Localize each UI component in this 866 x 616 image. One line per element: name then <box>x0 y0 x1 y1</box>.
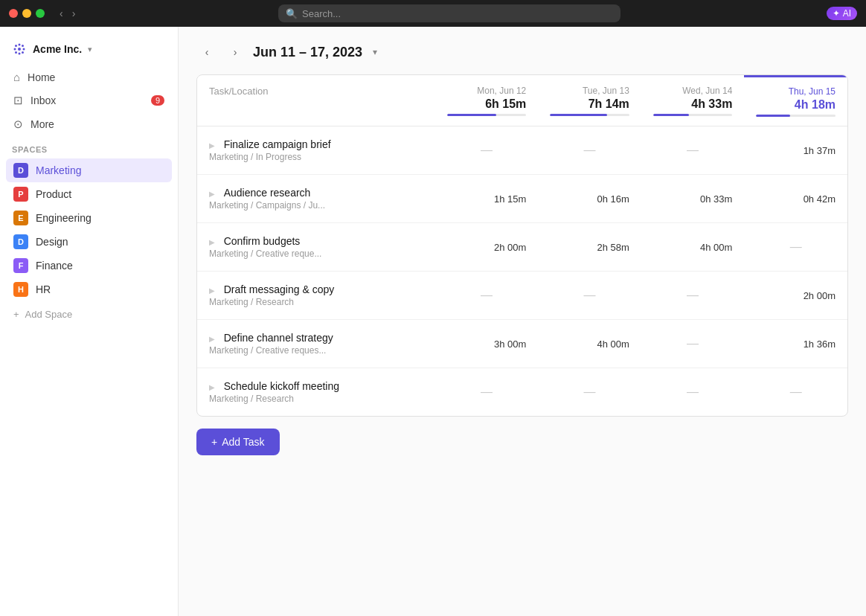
add-task-plus-icon: + <box>211 436 217 448</box>
day-progress-wed <box>653 114 733 116</box>
search-placeholder: Search... <box>302 8 341 19</box>
space-label-design: Design <box>36 236 68 248</box>
table-row: ▶ Define channel strategy Marketing / Cr… <box>197 320 847 368</box>
task-2-day-1-time: 2h 58m <box>538 223 641 272</box>
task-4-day-1-time: 4h 00m <box>538 320 641 368</box>
day-hours-mon: 6h 15m <box>447 97 527 111</box>
add-task-button[interactable]: + Add Task <box>196 429 280 455</box>
table-header-row: Task/Location Mon, Jun 12 6h 15m Tue, Ju… <box>197 77 847 126</box>
space-avatar-design: D <box>13 234 28 249</box>
space-label-product: Product <box>36 188 71 200</box>
svg-point-8 <box>15 51 17 54</box>
svg-point-4 <box>23 48 25 51</box>
ai-star-icon: ✦ <box>833 8 840 19</box>
back-button[interactable]: ‹ <box>57 6 66 21</box>
table-row: ▶ Draft messaging & copy Marketing / Res… <box>197 272 847 320</box>
svg-point-6 <box>22 51 24 54</box>
task-meta-2: Marketing / Creative reque... <box>209 248 423 259</box>
date-range: Jun 11 – 17, 2023 <box>253 45 362 60</box>
expand-icon-2[interactable]: ▶ <box>209 238 215 246</box>
ai-badge[interactable]: ✦ AI <box>827 7 857 20</box>
nav-item-inbox[interactable]: ⊡ Inbox 9 <box>6 89 172 112</box>
task-cell-5: ▶ Schedule kickoff meeting Marketing / R… <box>197 368 435 417</box>
minimize-button[interactable] <box>22 9 31 18</box>
task-cell-1: ▶ Audience research Marketing / Campaign… <box>197 175 435 223</box>
task-name-5: Schedule kickoff meeting <box>224 380 339 392</box>
nav-item-home[interactable]: ⌂ Home <box>6 65 172 89</box>
space-item-hr[interactable]: H HR <box>6 277 172 301</box>
nav-item-more[interactable]: ⊙ More <box>6 112 172 136</box>
maximize-button[interactable] <box>36 9 45 18</box>
day-progress-tue <box>550 114 629 116</box>
day-progress-mon <box>447 114 527 116</box>
forward-button[interactable]: › <box>69 6 79 21</box>
day-hours-thu: 4h 18m <box>756 98 835 112</box>
svg-point-0 <box>18 48 21 51</box>
task-3-day-1-time: — <box>538 272 641 320</box>
task-col-header: Task/Location <box>197 77 435 126</box>
svg-point-3 <box>14 48 16 51</box>
workspace-chevron-icon: ▾ <box>88 45 92 54</box>
day-hours-tue: 7h 14m <box>550 97 629 111</box>
space-item-product[interactable]: P Product <box>6 182 172 206</box>
spaces-header: Spaces <box>0 136 178 158</box>
calendar-table-wrapper: Task/Location Mon, Jun 12 6h 15m Tue, Ju… <box>196 74 848 417</box>
nav-items: ⌂ Home ⊡ Inbox 9 ⊙ More <box>0 65 178 136</box>
workspace-header[interactable]: Acme Inc. ▾ <box>0 36 178 65</box>
calendar-table: Task/Location Mon, Jun 12 6h 15m Tue, Ju… <box>197 75 847 416</box>
svg-point-2 <box>19 53 21 55</box>
task-name-3: Draft messaging & copy <box>224 283 335 295</box>
task-meta-0: Marketing / In Progress <box>209 152 423 162</box>
day-progress-bar-mon <box>447 114 496 116</box>
task-3-day-2-time: — <box>641 272 745 320</box>
task-5-day-3-time: — <box>744 368 847 417</box>
space-item-finance[interactable]: F Finance <box>6 254 172 277</box>
expand-icon-0[interactable]: ▶ <box>209 141 215 150</box>
add-space-button[interactable]: + Add Space <box>0 304 178 324</box>
prev-week-button[interactable]: ‹ <box>196 42 217 62</box>
task-5-day-1-time: — <box>538 368 641 417</box>
date-range-dropdown[interactable]: ▾ <box>373 47 377 57</box>
task-meta-3: Marketing / Research <box>209 297 423 307</box>
task-0-day-3-time: 1h 37m <box>744 126 847 175</box>
space-avatar-engineering: E <box>13 211 28 225</box>
svg-point-5 <box>15 45 17 47</box>
app-layout: Acme Inc. ▾ ⌂ Home ⊡ Inbox 9 ⊙ More Spac… <box>0 27 866 616</box>
workspace-logo-icon <box>12 42 27 57</box>
main-content: ‹ › Jun 11 – 17, 2023 ▾ Task/Location Mo… <box>179 27 866 616</box>
table-row: ▶ Confirm budgets Marketing / Creative r… <box>197 223 847 272</box>
day-name-tue: Tue, Jun 13 <box>550 86 629 96</box>
task-1-day-0-time: 1h 15m <box>435 175 539 223</box>
space-item-engineering[interactable]: E Engineering <box>6 206 172 230</box>
sidebar: Acme Inc. ▾ ⌂ Home ⊡ Inbox 9 ⊙ More Spac… <box>0 27 179 616</box>
space-item-marketing[interactable]: D Marketing <box>6 158 172 182</box>
task-4-day-2-time: — <box>641 320 745 368</box>
task-rows: ▶ Finalize campaign brief Marketing / In… <box>197 126 847 417</box>
next-week-button[interactable]: › <box>225 42 246 62</box>
expand-icon-3[interactable]: ▶ <box>209 286 215 295</box>
day-col-thu: Thu, Jun 15 4h 18m <box>744 77 847 126</box>
workspace-name: Acme Inc. <box>33 43 82 55</box>
space-item-design[interactable]: D Design <box>6 230 172 254</box>
day-progress-bar-thu <box>756 115 790 117</box>
search-bar[interactable]: 🔍 Search... <box>278 4 620 22</box>
expand-icon-5[interactable]: ▶ <box>209 383 215 391</box>
task-name-4: Define channel strategy <box>224 332 333 344</box>
expand-icon-1[interactable]: ▶ <box>209 190 215 198</box>
task-meta-4: Marketing / Creative reques... <box>209 345 423 356</box>
table-row: ▶ Audience research Marketing / Campaign… <box>197 175 847 223</box>
close-button[interactable] <box>9 9 18 18</box>
task-0-day-2-time: — <box>641 126 745 175</box>
task-1-day-2-time: 0h 33m <box>641 175 745 223</box>
day-hours-wed: 4h 33m <box>653 97 733 111</box>
nav-more-label: More <box>31 118 54 130</box>
add-task-label: Add Task <box>222 436 264 448</box>
space-avatar-hr: H <box>13 282 28 297</box>
nav-home-label: Home <box>28 71 55 83</box>
day-col-tue: Tue, Jun 13 7h 14m <box>538 77 641 126</box>
task-4-day-0-time: 3h 00m <box>435 320 539 368</box>
day-progress-bar-wed <box>653 114 689 116</box>
task-1-day-3-time: 0h 42m <box>744 175 847 223</box>
expand-icon-4[interactable]: ▶ <box>209 335 215 343</box>
task-5-day-0-time: — <box>435 368 539 417</box>
